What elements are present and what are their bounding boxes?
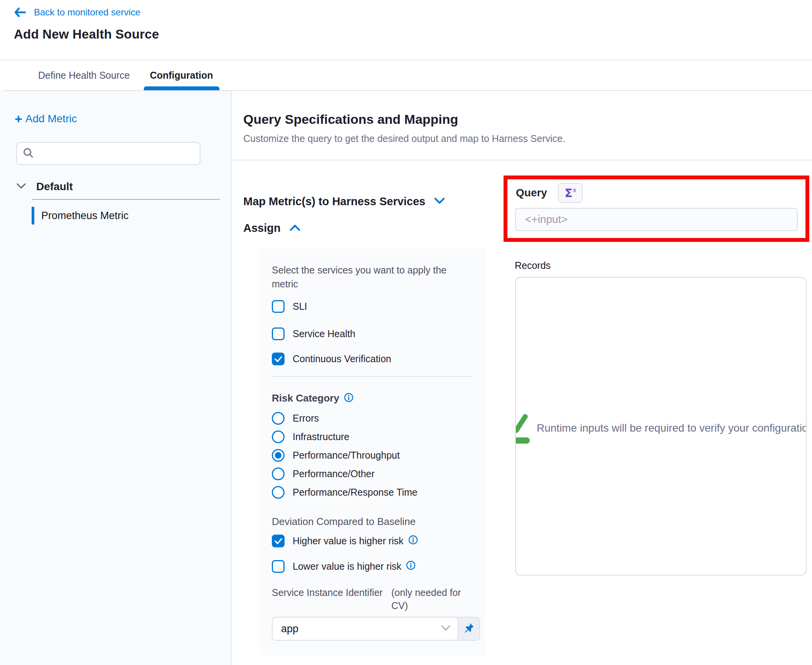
service-instance-dropdown[interactable]: app	[273, 618, 458, 640]
assign-panel: Select the services you want to apply th…	[259, 248, 485, 655]
add-metric-button[interactable]: + Add Metric	[15, 113, 77, 125]
chevron-down-icon	[441, 625, 451, 633]
continuous-verification-checkbox[interactable]	[272, 353, 285, 365]
performance-response-time-radio[interactable]	[272, 486, 285, 499]
checkbox-row-higher-value: Higher value is higher risk	[272, 535, 473, 547]
radio-row-performance-throughput: Performance/Throughput	[272, 449, 473, 462]
errors-radio[interactable]	[272, 412, 285, 425]
metric-group-default[interactable]: Default	[16, 181, 231, 193]
metric-search-input[interactable]	[39, 148, 194, 159]
lower-value-label: Lower value is higher risk	[293, 560, 416, 572]
continuous-verification-label: Continuous Verification	[293, 353, 391, 365]
performance-other-radio[interactable]	[272, 468, 285, 480]
service-health-label: Service Health	[293, 328, 355, 339]
errors-label: Errors	[293, 413, 319, 424]
section-divider	[232, 160, 812, 160]
service-instance-note: (only needed for CV)	[391, 586, 473, 612]
search-icon	[22, 147, 34, 160]
tab-bar: Define Health Source Configuration	[0, 60, 812, 90]
group-divider	[32, 199, 220, 200]
records-label: Records	[515, 260, 551, 271]
risk-category-label: Risk Category	[272, 392, 339, 404]
info-icon[interactable]	[344, 393, 354, 404]
service-health-checkbox[interactable]	[272, 327, 285, 340]
chevron-up-icon	[289, 224, 301, 233]
checkbox-row-lower-value: Lower value is higher risk	[272, 560, 473, 573]
query-input[interactable]: <+input>	[515, 208, 798, 231]
infrastructure-radio[interactable]	[272, 430, 285, 443]
metric-group-label: Default	[36, 181, 73, 193]
back-link[interactable]: Back to monitored service	[14, 7, 812, 18]
performance-throughput-label: Performance/Throughput	[293, 450, 400, 461]
main-panel: Query Specifications and Mapping Customi…	[232, 91, 812, 665]
radio-row-performance-response-time: Performance/Response Time	[272, 486, 473, 499]
runtime-message: Runtime inputs will be required to verif…	[537, 422, 807, 434]
higher-value-label: Higher value is higher risk	[293, 535, 418, 547]
sli-label: SLI	[293, 301, 307, 312]
pin-button[interactable]	[458, 618, 479, 640]
service-instance-label: Service Instance Identifier	[272, 586, 391, 612]
tab-configuration[interactable]: Configuration	[149, 60, 214, 90]
lower-value-text: Lower value is higher risk	[293, 561, 401, 572]
query-section-highlight: Query Σ x <+input>	[504, 176, 809, 242]
radio-row-infrastructure: Infrastructure	[272, 430, 473, 443]
header: Back to monitored service Add New Health…	[0, 0, 812, 60]
checkbox-row-service-health: Service Health	[272, 327, 473, 340]
info-icon[interactable]	[406, 560, 416, 572]
tab-define-health-source[interactable]: Define Health Source	[37, 60, 131, 90]
selected-indicator-bar	[32, 207, 34, 224]
checkbox-row-sli: SLI	[272, 300, 473, 313]
metric-search-box[interactable]	[16, 142, 200, 165]
info-icon[interactable]	[408, 535, 418, 547]
expression-builder-button[interactable]: Σ x	[558, 183, 583, 203]
sigma-sup-x: x	[573, 186, 576, 194]
metric-name-label: Prometheus Metric	[41, 210, 129, 222]
performance-throughput-radio[interactable]	[272, 449, 285, 462]
sigma-icon: Σ	[564, 186, 573, 200]
service-instance-control: app	[272, 617, 480, 641]
services-prompt: Select the services you want to apply th…	[272, 263, 465, 291]
query-header-row: Query Σ x	[516, 183, 805, 203]
higher-value-text: Higher value is higher risk	[293, 535, 404, 547]
sli-checkbox[interactable]	[272, 300, 285, 313]
radio-row-performance-other: Performance/Other	[272, 468, 473, 480]
section-title: Query Specifications and Mapping	[243, 112, 812, 127]
records-box: Runtime inputs will be required to verif…	[515, 277, 807, 576]
performance-other-label: Performance/Other	[293, 468, 375, 479]
plus-icon: +	[15, 113, 22, 124]
sidebar-item-prometheus-metric[interactable]: Prometheus Metric	[32, 207, 231, 224]
chevron-down-icon	[434, 197, 445, 206]
higher-value-checkbox[interactable]	[272, 535, 285, 547]
service-instance-row: Service Instance Identifier (only needed…	[272, 586, 473, 612]
performance-response-time-label: Performance/Response Time	[293, 487, 418, 498]
infrastructure-label: Infrastructure	[293, 431, 349, 442]
metrics-sidebar: + Add Metric Default Prometheus Metric	[0, 91, 232, 665]
risk-category-header: Risk Category	[272, 392, 473, 404]
back-arrow-icon	[14, 7, 26, 18]
query-label: Query	[516, 187, 547, 199]
chevron-down-icon	[16, 182, 26, 191]
map-metrics-label: Map Metric(s) to Harness Services	[243, 195, 425, 208]
panel-divider	[272, 376, 473, 377]
back-link-label: Back to monitored service	[34, 7, 140, 18]
page-title: Add New Health Source	[14, 27, 812, 42]
assign-label: Assign	[243, 222, 281, 235]
pin-icon	[463, 622, 475, 635]
deviation-label: Deviation Compared to Baseline	[272, 516, 473, 528]
content-area: + Add Metric Default Prometheus Metric Q…	[0, 90, 812, 665]
add-metric-label: Add Metric	[25, 113, 77, 125]
runtime-message-row: Runtime inputs will be required to verif…	[515, 409, 807, 447]
no-records-icon	[515, 410, 531, 446]
service-instance-value: app	[281, 623, 298, 635]
radio-row-errors: Errors	[272, 412, 473, 425]
lower-value-checkbox[interactable]	[272, 560, 285, 573]
section-subtitle: Customize the query to get the desired o…	[243, 133, 812, 144]
checkbox-row-continuous-verification: Continuous Verification	[272, 353, 473, 365]
query-input-value: <+input>	[525, 213, 568, 226]
